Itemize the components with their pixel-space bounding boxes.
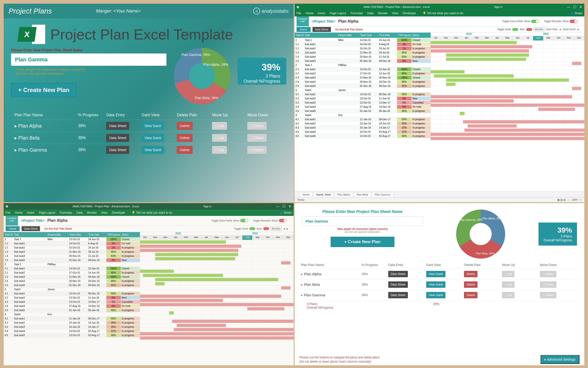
project-title-label[interactable]: <Project Title> bbox=[312, 19, 335, 23]
tell-me[interactable]: 💡 Tell me what you want to do bbox=[132, 211, 172, 214]
create-plan-button[interactable]: + Create New Plan bbox=[331, 237, 394, 247]
task-row[interactable]: 4.2Sub task2 23-Jan-1619-Jun-16 30% In p… bbox=[295, 121, 431, 126]
delete-button[interactable]: Delete bbox=[464, 292, 477, 298]
plan-name[interactable]: Plan Gamma bbox=[14, 147, 78, 153]
maximize-button[interactable]: ☐ bbox=[282, 204, 286, 208]
task-row[interactable]: 4.5Sub task5 13-Oct-1502-Aug-17 50% In p… bbox=[295, 134, 431, 138]
task-row[interactable]: 4.3Sub task3 16-Jan-1614-Jan-17 30% In p… bbox=[4, 325, 140, 329]
task-row[interactable]: 1.2Sub task2 15-Oct-1529-Jul-16 1% In pr… bbox=[4, 246, 140, 250]
task-row[interactable]: 3.2Sub task2 13-Oct-1511-Jun-16 0% New bbox=[4, 296, 140, 300]
datasheet-button[interactable]: Data Sheet bbox=[388, 281, 408, 288]
tab-datasheet[interactable]: Data Sheet bbox=[313, 27, 331, 32]
move-up-button[interactable]: ↑ | Up bbox=[502, 271, 514, 277]
move-down-button[interactable]: ↓ | Down bbox=[540, 271, 556, 277]
task-row[interactable]: 3.4Sub task4 27-Aug-1614-Dec-16 0% On ho… bbox=[295, 105, 431, 109]
task-row[interactable]: 1Task 1Mike 13-Oct-1524-Jun-16 100% Clos… bbox=[295, 38, 431, 42]
toggle-extra[interactable] bbox=[531, 20, 539, 23]
task-row[interactable]: 1.4Sub task4 25-Nov-1521-Jul-16 63% In p… bbox=[295, 55, 431, 59]
task-row[interactable]: 3.5Sub task5 01-Jan-1605-Jan-16 50% In p… bbox=[4, 308, 140, 313]
menu-review[interactable]: Review bbox=[87, 211, 97, 214]
delete-button[interactable]: Delete bbox=[464, 271, 477, 277]
task-row[interactable]: 3Task3James bbox=[4, 288, 140, 292]
datasheet-button[interactable]: Data Sheet bbox=[388, 271, 408, 277]
menu-insert[interactable]: Insert bbox=[318, 12, 325, 15]
toggle-gantt[interactable] bbox=[249, 227, 255, 230]
view-gantt-button[interactable]: View Gantt bbox=[141, 134, 164, 142]
sheet-tab-plan alpha[interactable]: Plan Alpha bbox=[334, 192, 353, 197]
datasheet-button[interactable]: Data Sheet bbox=[106, 122, 129, 130]
task-row[interactable]: 2.4Sub task4 26-Nov-1520-Dec-15 66% In p… bbox=[295, 80, 431, 84]
task-row[interactable]: 1Task 1Mike 13-Oct-1524-Jun-16 100% Clos… bbox=[4, 237, 140, 242]
tab-home[interactable]: Home bbox=[297, 27, 311, 32]
plan-name[interactable]: Plan Alpha bbox=[14, 123, 78, 129]
move-down-button[interactable]: ↓ | Down bbox=[247, 146, 266, 154]
move-up-button[interactable]: ↑ | Up bbox=[212, 146, 227, 154]
task-row[interactable]: 2.3Sub task3 21-Nov-1526-Nov-16 100% Clo… bbox=[4, 275, 140, 279]
delete-button[interactable]: Delete bbox=[177, 122, 192, 130]
task-row[interactable]: 2.1Sub task1 13-Oct-1516-Jan-16 100% Clo… bbox=[4, 267, 140, 271]
close-button[interactable]: ✕ bbox=[288, 204, 291, 208]
task-row[interactable]: 2.2Sub task2 17-Oct-1514-Jun-16 90% In p… bbox=[295, 71, 431, 76]
task-row[interactable]: 4.2Sub task2 23-Jan-1619-Jun-16 30% In p… bbox=[4, 321, 140, 325]
toggle-gantt[interactable] bbox=[512, 28, 518, 31]
task-row[interactable]: 3.5Sub task5 01-Jan-1605-Jan-16 50% In p… bbox=[295, 109, 431, 113]
toggle-auto[interactable] bbox=[526, 28, 532, 31]
task-table[interactable]: Task IDTaskResponsible *Start Date*End D… bbox=[295, 33, 431, 191]
menu-home[interactable]: Home bbox=[15, 211, 23, 214]
menu-page-layout[interactable]: Page Layout bbox=[39, 211, 55, 214]
sign-in[interactable]: Sign in bbox=[203, 205, 212, 208]
tab-home[interactable]: Home bbox=[6, 226, 20, 231]
plan-name[interactable]: Plan Beta bbox=[301, 282, 362, 287]
task-row[interactable]: 1.2Sub task2 15-Oct-1529-Jul-16 1% In pr… bbox=[295, 46, 431, 51]
task-row[interactable]: 4.4Sub task4 10-Oct-1502-Aug-17 22% In p… bbox=[295, 130, 431, 134]
delete-button[interactable]: Delete bbox=[464, 281, 477, 288]
period-select[interactable]: Monthly bbox=[271, 227, 282, 231]
sign-in[interactable]: Sign in bbox=[494, 5, 502, 8]
view-gantt-button[interactable]: View Gantt bbox=[426, 281, 445, 288]
move-up-button[interactable]: ↑ | Up bbox=[502, 281, 514, 288]
menu-formulas[interactable]: Formulas bbox=[350, 12, 363, 15]
menu-page-layout[interactable]: Page Layout bbox=[330, 12, 346, 15]
move-down-button[interactable]: ↓ | Down bbox=[247, 122, 266, 130]
task-row[interactable]: 1.3Sub task3 21-Nov-1529-Jul-16 65% In p… bbox=[4, 250, 140, 254]
menu-data[interactable]: Data bbox=[76, 211, 83, 214]
plan-name-input[interactable]: Plan Gamma bbox=[11, 53, 166, 66]
menu-insert[interactable]: Insert bbox=[27, 211, 34, 214]
task-row[interactable]: 2.4Sub task4 26-Nov-1520-Dec-15 66% In p… bbox=[4, 279, 140, 283]
toggle-auto[interactable] bbox=[263, 227, 269, 230]
tab-datasheet[interactable]: Data Sheet bbox=[22, 226, 40, 231]
share-button[interactable]: 👤 Share bbox=[279, 211, 291, 214]
period-select[interactable]: Monthly bbox=[534, 27, 545, 31]
menu-developer[interactable]: Developer bbox=[403, 12, 416, 15]
datasheet-button[interactable]: Data Sheet bbox=[388, 292, 408, 298]
minimize-button[interactable]: — bbox=[567, 5, 570, 9]
task-row[interactable]: 4.1Sub task1 11-Jan-1606-Dec-17 50% In p… bbox=[295, 117, 431, 121]
toggle-remarks[interactable] bbox=[279, 219, 287, 222]
task-row[interactable]: 3.1Sub task1 13-Oct-1506-Dec-16 50% In p… bbox=[295, 92, 431, 96]
menu-file[interactable]: File bbox=[297, 12, 301, 15]
task-row[interactable]: 4.5Sub task5 13-Oct-1502-Aug-17 50% In p… bbox=[4, 333, 140, 338]
tell-me[interactable]: 💡 Tell me what you want to do bbox=[423, 12, 463, 15]
sheet-tab-home[interactable]: Home bbox=[300, 192, 313, 197]
create-plan-button[interactable]: + Create New Plan bbox=[11, 83, 76, 97]
task-row[interactable]: 2.2Sub task2 17-Oct-1514-Jun-16 90% In p… bbox=[4, 271, 140, 275]
view-gantt-button[interactable]: View Gantt bbox=[141, 146, 164, 154]
view-gantt-button[interactable]: View Gantt bbox=[426, 271, 445, 277]
toggle-extra[interactable] bbox=[240, 219, 248, 222]
task-row[interactable]: 2.3Sub task3 21-Nov-1526-Nov-16 100% Clo… bbox=[295, 76, 431, 80]
menu-file[interactable]: File bbox=[6, 211, 10, 214]
plan-name[interactable]: Plan Alpha bbox=[301, 272, 362, 276]
advanced-settings-button[interactable]: Advanced Settings bbox=[540, 355, 579, 364]
move-down-button[interactable]: ↓ | Down bbox=[540, 292, 556, 298]
task-row[interactable]: 4.1Sub task1 11-Jan-1606-Dec-17 50% In p… bbox=[4, 317, 140, 321]
task-row[interactable]: 3.3Sub task3 13-Oct-1513-Dec-17 5% Cance… bbox=[4, 300, 140, 304]
task-row[interactable]: 3.2Sub task2 13-Oct-1511-Jun-16 0% New bbox=[295, 96, 431, 101]
move-up-button[interactable]: ↑ | Up bbox=[502, 292, 514, 298]
task-row[interactable]: 3Task3James bbox=[295, 88, 431, 92]
plan-name-input[interactable] bbox=[302, 216, 423, 226]
plan-name[interactable]: Plan Beta bbox=[14, 135, 78, 141]
datasheet-button[interactable]: Data Sheet bbox=[106, 146, 129, 154]
task-row[interactable]: 4Task4Kris bbox=[4, 313, 140, 317]
sheet-tab-plan beta[interactable]: Plan Beta bbox=[353, 192, 371, 197]
task-row[interactable]: 2.5Sub task5 01-Dec-1609-Dec-16 45% In p… bbox=[295, 84, 431, 88]
